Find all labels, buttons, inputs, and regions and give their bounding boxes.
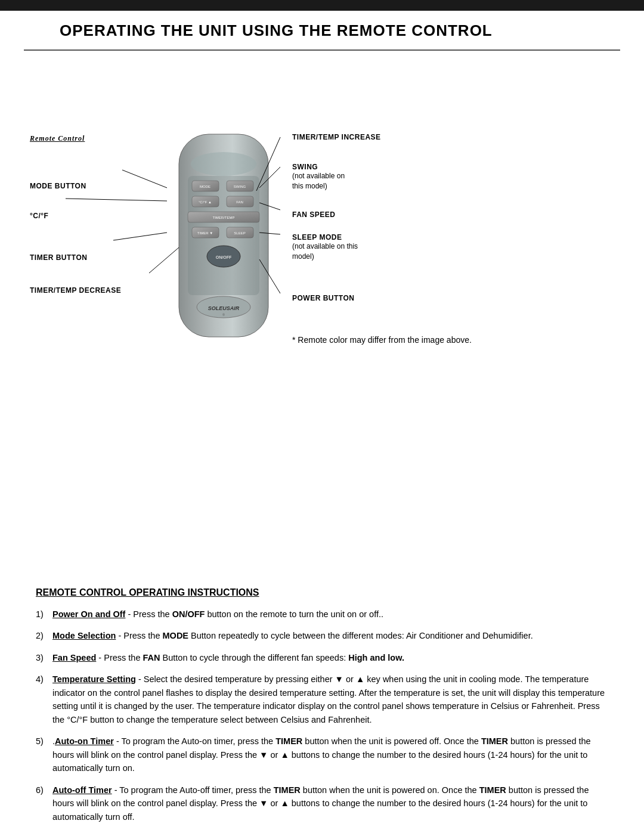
diagram-section: Remote Control Mode Button °C/°F Timer B… [0,51,644,307]
svg-text:FAN: FAN [236,200,243,204]
svg-line-24 [113,233,167,240]
swing-label: SWING (not available onthis model) [292,161,345,191]
svg-text:TIMER  ▼: TIMER ▼ [197,231,213,235]
content-section: Remote Control Operating Instructions 1)… [0,581,644,833]
timer-temp-decrease-label: Timer/Temp Decrease [30,286,121,295]
remote-svg: MODE SWING °C/°F ▲ FAN TIMER/TEMP TIMER … [167,128,280,361]
remote-note: * Remote color may differ from the image… [292,334,472,346]
svg-text:TIMER/TEMP: TIMER/TEMP [213,216,235,219]
power-on-off-text: Power On and Off [52,609,125,619]
remote-control-label: Remote Control [30,134,85,149]
svg-text:MODE: MODE [200,185,210,188]
svg-text:ON/OFF: ON/OFF [216,255,232,259]
list-item: 6) Auto-off Timer - To program the Auto-… [36,784,608,823]
list-item: 1) Power On and Off - Press the ON/OFF b… [36,608,608,621]
fan-speed-label: Fan Speed [292,209,336,219]
page-wrapper: Operating the Unit Using the Remote Cont… [0,0,644,833]
timer-button-label: Timer Button [30,253,87,262]
instructions-heading: Remote Control Operating Instructions [36,587,608,598]
top-bar [0,0,644,11]
mode-button-label: Mode Button [30,182,86,190]
power-button-label: Power Button [292,292,354,302]
svg-text:SOLEUSAIR: SOLEUSAIR [208,305,240,311]
list-item: 4) Temperature Setting - Select the desi… [36,673,608,726]
svg-line-22 [122,170,167,188]
list-item: 5) .Auto-on Timer - To program the Auto-… [36,735,608,775]
svg-text:SLEEP: SLEEP [234,231,245,235]
instruction-list: 1) Power On and Off - Press the ON/OFF b… [36,608,608,833]
remote-image-container: MODE SWING °C/°F ▲ FAN TIMER/TEMP TIMER … [167,128,280,363]
svg-text:SWING: SWING [234,185,246,188]
svg-text:®: ® [222,313,225,317]
list-item: 2) Mode Selection - Press the MODE Butto… [36,629,608,642]
svg-line-23 [66,199,167,201]
timer-temp-increase-label: Timer/Temp Increase [292,131,381,141]
svg-point-1 [191,152,256,176]
page-title: Operating the Unit Using the Remote Cont… [60,21,584,40]
celsius-fahrenheit-label: °C/°F [30,212,48,220]
list-item: 3) Fan Speed - Press the FAN Button to c… [36,651,608,664]
svg-text:°C/°F  ▲: °C/°F ▲ [199,200,212,204]
title-section: Operating the Unit Using the Remote Cont… [24,11,620,51]
sleep-mode-label: SLEEP MODE (not available on thismodel) [292,231,358,262]
